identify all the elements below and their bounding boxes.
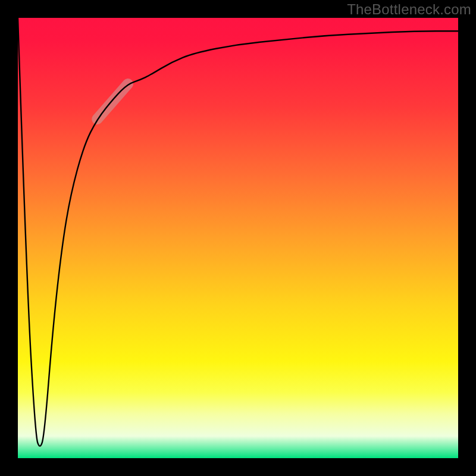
attribution-label: TheBottleneck.com <box>347 1 471 18</box>
plot-area <box>18 18 458 458</box>
chart-frame: TheBottleneck.com <box>0 0 476 476</box>
bottleneck-curve <box>18 18 458 446</box>
curve-svg <box>18 18 458 458</box>
